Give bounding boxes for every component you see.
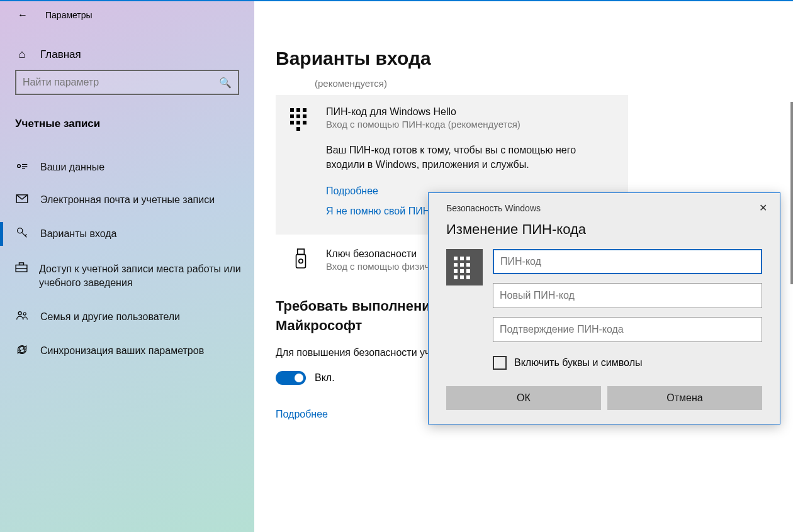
dialog-heading: Изменение ПИН-кода [429,218,780,249]
sidebar-item-sync[interactable]: Синхронизация ваших параметров [0,334,254,368]
svg-point-0 [18,165,21,168]
dialog-buttons: ОК Отмена [429,370,780,410]
sidebar-item-family[interactable]: Семья и другие пользователи [0,301,254,333]
pin-card-header: ПИН-код для Windows Hello Вход с помощью… [288,106,616,131]
sidebar-item-signin-options[interactable]: Варианты входа [0,217,254,251]
people-icon [15,311,29,323]
home-icon: ⌂ [15,48,29,61]
sidebar-item-label: Синхронизация ваших параметров [40,345,204,357]
back-icon[interactable]: ← [18,9,28,21]
usb-key-icon [288,248,313,271]
svg-rect-14 [296,255,306,268]
page-title: Варианты входа [276,48,788,69]
confirm-pin-input[interactable] [493,317,762,342]
titlebar-label: Параметры [45,10,93,20]
letters-symbols-row[interactable]: Включить буквы и символы [429,342,780,370]
cancel-button[interactable]: Отмена [607,386,762,410]
mail-icon [15,194,29,206]
briefcase-icon [15,262,28,276]
search-icon: 🔍 [219,77,232,89]
pin-card-body: Ваш ПИН-код готов к тому, чтобы вы с пом… [326,143,616,172]
home-label: Главная [40,48,81,61]
hello-toggle-label: Вкл. [315,372,335,384]
search-input[interactable] [23,77,219,88]
pin-card-title: ПИН-код для Windows Hello [326,106,520,118]
svg-rect-13 [298,249,305,255]
dialog-body [429,249,780,342]
sidebar-item-label: Семья и другие пользователи [40,311,180,323]
sidebar-item-label: Ваши данные [40,162,104,173]
search-box[interactable]: 🔍 [15,70,239,95]
keypad-icon [288,106,313,131]
sidebar-item-your-info[interactable]: Ваши данные [0,152,254,183]
svg-point-11 [18,312,21,315]
change-pin-dialog: Безопасность Windows ✕ Изменение ПИН-код… [428,192,780,424]
pin-card-text: ПИН-код для Windows Hello Вход с помощью… [326,106,520,131]
sidebar-item-email-accounts[interactable]: Электронная почта и учетные записи [0,184,254,216]
titlebar: ← Параметры [0,0,93,30]
dialog-titlebar: Безопасность Windows ✕ [429,193,780,218]
sync-icon [15,344,29,358]
more-link[interactable]: Подробнее [276,409,328,420]
close-icon[interactable]: ✕ [759,202,767,214]
sidebar-item-work-school[interactable]: Доступ к учетной записи места работы или… [0,252,254,299]
home-nav[interactable]: ⌂ Главная [0,39,254,70]
security-key-subtitle: Вход с помощью физич [326,261,429,272]
dialog-fields [493,249,762,342]
scrollbar[interactable] [790,102,793,284]
sidebar-item-label: Варианты входа [40,228,117,240]
sidebar-item-label: Электронная почта и учетные записи [40,194,215,206]
search-container: 🔍 [0,70,254,106]
ok-button[interactable]: ОК [446,386,601,410]
category-title: Учетные записи [0,106,254,141]
new-pin-input[interactable] [493,283,762,308]
recommended-label: (рекомендуется) [315,78,788,89]
dialog-keypad-icon [446,249,483,285]
key-icon [15,227,29,241]
dialog-title: Безопасность Windows [446,203,541,213]
current-pin-input[interactable] [493,249,762,274]
hello-toggle[interactable] [276,371,306,385]
person-card-icon [15,162,29,173]
pin-card-subtitle: Вход с помощью ПИН-кода (рекомендуется) [326,119,520,130]
checkbox-icon[interactable] [493,356,507,370]
svg-line-7 [25,234,26,235]
svg-rect-9 [19,263,23,265]
svg-point-12 [23,313,26,315]
security-key-title: Ключ безопасности [326,248,429,260]
sidebar-nav: Ваши данные Электронная почта и учетные … [0,152,254,368]
sidebar: ⌂ Главная 🔍 Учетные записи Ваши данные Э [0,1,254,532]
checkbox-label: Включить буквы и символы [514,357,643,369]
security-key-text: Ключ безопасности Вход с помощью физич [326,248,429,272]
sidebar-item-label: Доступ к учетной записи места работы или… [39,262,254,289]
svg-point-15 [299,259,303,263]
